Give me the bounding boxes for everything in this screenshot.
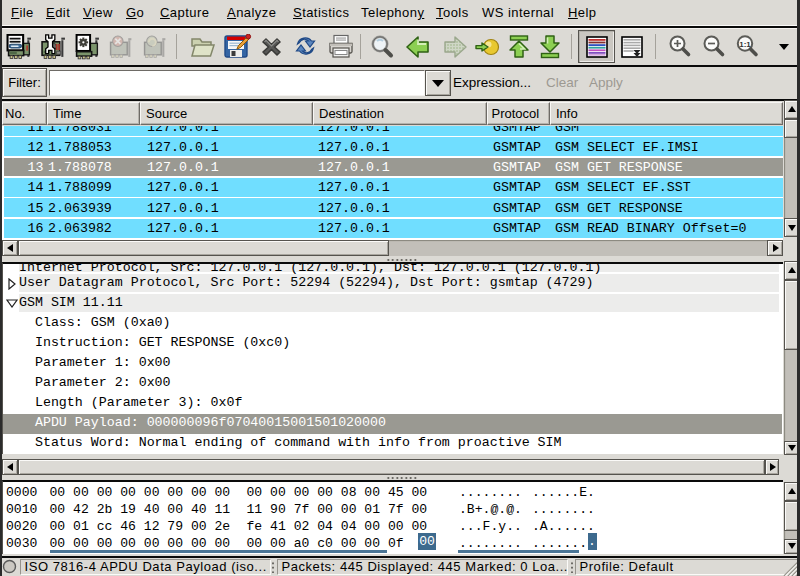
- svg-text:1:1: 1:1: [739, 40, 751, 49]
